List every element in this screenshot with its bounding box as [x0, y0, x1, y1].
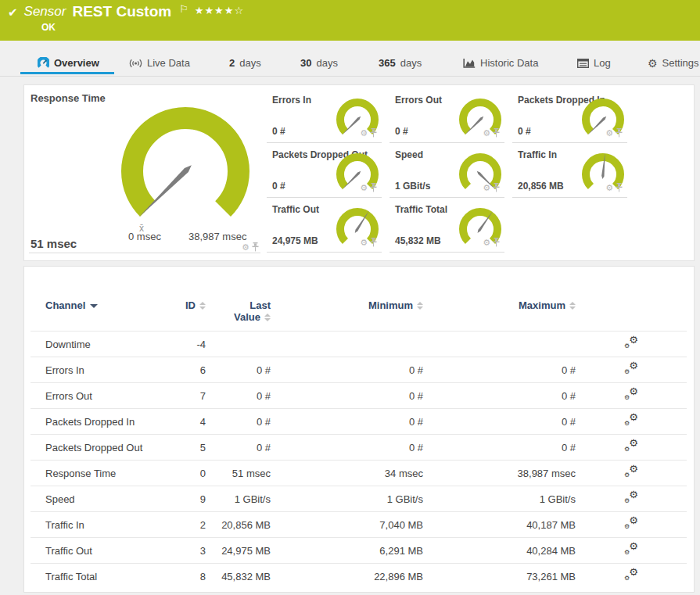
- cell-id: 5: [182, 435, 206, 461]
- gear-icon[interactable]: ⚙: [483, 129, 490, 138]
- gear-icon[interactable]: ⚙: [242, 243, 249, 252]
- channel-settings-icon[interactable]: ⚙⚙: [624, 414, 638, 427]
- tab-2-days[interactable]: 2days: [229, 57, 261, 69]
- sensor-name: REST Custom: [72, 3, 171, 20]
- gauge-title: Speed: [395, 149, 423, 160]
- tab-number: 365: [379, 57, 396, 69]
- cell-max: 0 #: [423, 383, 576, 409]
- cell-max: 0 #: [423, 435, 576, 461]
- gauge-title: Traffic In: [518, 149, 557, 160]
- pin-icon[interactable]: [493, 183, 500, 192]
- cell-channel: Errors Out: [31, 383, 182, 409]
- channel-settings-icon[interactable]: ⚙⚙: [624, 543, 638, 556]
- gauge-title: Errors Out: [395, 95, 442, 106]
- tab-live-data[interactable]: Live Data: [129, 57, 190, 69]
- channel-settings-icon[interactable]: ⚙⚙: [624, 439, 638, 453]
- pin-icon[interactable]: [370, 238, 377, 247]
- pin-icon[interactable]: [616, 183, 623, 192]
- tab-365-days[interactable]: 365days: [379, 57, 422, 69]
- gear-icon[interactable]: ⚙: [483, 184, 490, 192]
- channel-settings-icon[interactable]: ⚙⚙: [624, 568, 638, 582]
- log-icon: [577, 59, 589, 68]
- object-type-label: Sensor: [24, 4, 66, 20]
- gauge-value: 24,975 MB: [272, 235, 318, 246]
- traffic-out-gauge: [334, 206, 381, 256]
- packets-dropped-in-gauge: [580, 96, 626, 146]
- pin-icon[interactable]: [370, 128, 377, 138]
- gauge-cell-traffic-in: Traffic In20,856 MB⚙: [512, 143, 627, 198]
- channel-settings-icon[interactable]: ⚙⚙: [624, 388, 638, 401]
- gauge-value: 0 #: [272, 126, 285, 137]
- pin-icon[interactable]: [493, 128, 500, 138]
- table-row-packets-dropped-in: Packets Dropped In40 #0 #0 #⚙⚙: [31, 409, 687, 435]
- tab-label: Settings: [662, 57, 699, 69]
- cell-min: 22,896 MB: [271, 564, 423, 590]
- tab-30-days[interactable]: 30days: [300, 57, 338, 69]
- tab-log[interactable]: Log: [577, 57, 611, 69]
- response-time-gauge: x̄: [111, 97, 260, 249]
- cell-channel: Response Time: [31, 461, 182, 486]
- cell-max: 38,987 msec: [423, 461, 576, 486]
- gauge-arc: [340, 157, 375, 187]
- column-header-id[interactable]: ID: [182, 295, 206, 332]
- column-header-channel[interactable]: Channel: [31, 295, 182, 332]
- channel-table-panel: ChannelIDLastValueMinimumMaximum Downtim…: [23, 266, 695, 593]
- channel-settings-icon[interactable]: ⚙⚙: [624, 465, 638, 479]
- pin-icon[interactable]: [616, 128, 623, 138]
- flag-icon[interactable]: ⚐: [179, 3, 188, 15]
- column-header-max[interactable]: Maximum: [423, 295, 576, 332]
- cell-channel: Traffic Out: [31, 538, 182, 564]
- cell-max: [423, 332, 576, 357]
- cell-divider: [29, 253, 260, 253]
- gauge-cell-packets-dropped-out: Packets Dropped Out0 #⚙: [267, 143, 382, 198]
- cell-last: 45,832 MB: [206, 564, 271, 590]
- cell-min: 0 #: [271, 357, 423, 383]
- cell-id: 6: [182, 357, 206, 383]
- tab-label: days: [400, 57, 422, 69]
- priority-stars[interactable]: ★★★★☆: [195, 5, 244, 16]
- sensor-header: ✔ Sensor REST Custom ⚐ ★★★★☆ OK: [0, 0, 700, 41]
- gear-icon[interactable]: ⚙: [605, 129, 613, 138]
- cell-min: 6,291 MB: [271, 538, 423, 564]
- gauges-panel: Response Time x̄ 0 msec 38,987 msec 51 m…: [23, 84, 695, 261]
- cell-channel: Traffic In: [31, 512, 182, 538]
- table-row-traffic-out: Traffic Out324,975 MB6,291 MB40,284 MB⚙⚙: [31, 538, 687, 564]
- channel-settings-icon[interactable]: ⚙⚙: [624, 491, 638, 504]
- gear-icon[interactable]: ⚙: [605, 184, 613, 192]
- cell-max: 0 #: [423, 409, 576, 435]
- channel-settings-icon[interactable]: ⚙⚙: [624, 362, 638, 375]
- cell-last: 1 GBit/s: [206, 486, 271, 512]
- tab-label: days: [316, 57, 337, 69]
- gauge-value: 45,832 MB: [395, 235, 441, 246]
- sort-icon: [264, 314, 271, 321]
- gear-icon[interactable]: ⚙: [360, 129, 368, 138]
- cell-min: [271, 332, 423, 357]
- cell-last: 0 #: [206, 383, 271, 409]
- tab-overview[interactable]: Overview: [38, 57, 99, 69]
- table-row-traffic-total: Traffic Total845,832 MB22,896 MB73,261 M…: [31, 564, 687, 590]
- gauge-value: 0 #: [395, 126, 408, 137]
- cell-id: 2: [182, 512, 206, 538]
- table-row-errors-out: Errors Out70 #0 #0 #⚙⚙: [31, 383, 687, 409]
- table-row-downtime: Downtime-4⚙⚙: [31, 332, 687, 357]
- gear-icon[interactable]: ⚙: [483, 238, 490, 247]
- gear-icon[interactable]: ⚙: [360, 238, 368, 247]
- sort-icon: [199, 302, 206, 310]
- tab-label: Log: [594, 57, 611, 69]
- cell-min: 1 GBit/s: [271, 486, 423, 512]
- gear-icon[interactable]: ⚙: [360, 184, 368, 192]
- tab-settings[interactable]: ⚙Settings: [648, 57, 699, 69]
- active-tab-underline: [20, 72, 114, 74]
- gauge-icon: [38, 57, 49, 69]
- channel-settings-icon[interactable]: ⚙⚙: [624, 517, 638, 530]
- table-row-response-time: Response Time051 msec34 msec38,987 msec⚙…: [31, 461, 687, 486]
- pin-icon[interactable]: [493, 238, 500, 247]
- pin-icon[interactable]: [370, 183, 377, 192]
- gauge-title: Traffic Total: [395, 204, 447, 215]
- column-header-min[interactable]: Minimum: [271, 295, 423, 332]
- pin-icon[interactable]: [252, 242, 259, 252]
- column-header-last[interactable]: LastValue: [206, 295, 271, 332]
- channel-settings-icon[interactable]: ⚙⚙: [624, 336, 638, 349]
- errors-in-gauge: [334, 96, 381, 146]
- tab-historic-data[interactable]: Historic Data: [463, 57, 538, 69]
